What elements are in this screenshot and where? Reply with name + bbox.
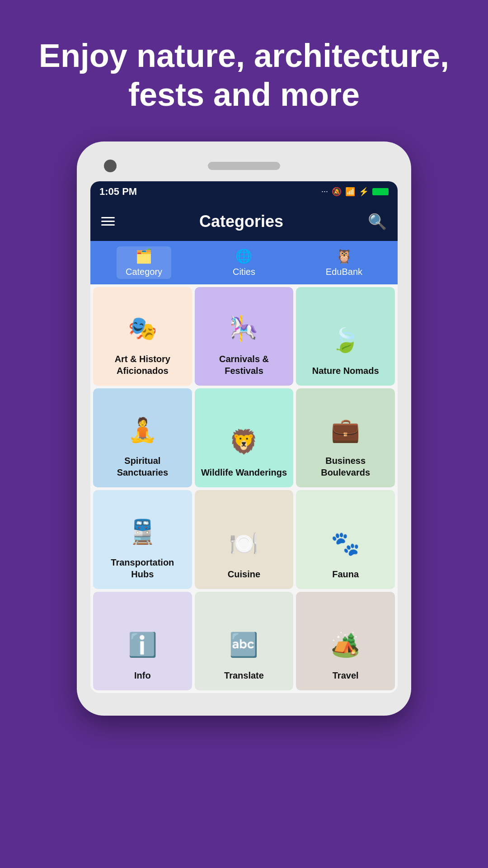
- edubank-tab-icon: 🦉: [336, 248, 352, 264]
- category-grid: 🎭 Art & History Aficionados 🎠 Carnivals …: [90, 284, 398, 693]
- info-icon: ℹ️: [128, 631, 157, 659]
- spiritual-label: Spiritual Sanctuaries: [99, 455, 187, 478]
- cuisine-icon: 🍽️: [229, 530, 258, 557]
- category-tab-label: Category: [126, 267, 162, 277]
- card-art-history[interactable]: 🎭 Art & History Aficionados: [93, 287, 192, 386]
- promo-headline: Enjoy nature, architecture, fests and mo…: [0, 0, 488, 142]
- cuisine-label: Cuisine: [228, 568, 260, 580]
- charge-icon: ⚡: [359, 187, 369, 197]
- camera-dot: [104, 160, 117, 172]
- edubank-tab-label: EduBank: [326, 267, 362, 277]
- fauna-label: Fauna: [332, 568, 359, 580]
- tab-edubank[interactable]: 🦉 EduBank: [317, 246, 371, 279]
- search-button[interactable]: 🔍: [368, 212, 387, 231]
- card-cuisine[interactable]: 🍽️ Cuisine: [195, 490, 294, 589]
- wildlife-label: Wildlife Wanderings: [201, 467, 287, 478]
- art-history-label: Art & History Aficionados: [99, 353, 187, 377]
- travel-label: Travel: [333, 670, 359, 681]
- wifi-icon: 📶: [345, 187, 355, 197]
- card-transport[interactable]: 🚆 Transportation Hubs: [93, 490, 192, 589]
- tab-category[interactable]: 🗂️ Category: [117, 246, 171, 279]
- cities-tab-label: Cities: [233, 267, 255, 277]
- promo-section: Enjoy nature, architecture, fests and mo…: [0, 0, 488, 142]
- tab-bar: 🗂️ Category 🌐 Cities 🦉 EduBank: [90, 241, 398, 284]
- card-carnivals[interactable]: 🎠 Carnivals & Festivals: [195, 287, 294, 386]
- info-label: Info: [134, 670, 151, 681]
- menu-button[interactable]: [101, 217, 115, 226]
- phone-top-decorations: [90, 155, 398, 181]
- status-time: 1:05 PM: [99, 186, 137, 198]
- business-icon: 💼: [331, 416, 360, 444]
- wildlife-icon: 🦁: [229, 428, 258, 456]
- dots-icon: ···: [321, 187, 328, 196]
- travel-icon: 🏕️: [331, 631, 360, 659]
- nature-label: Nature Nomads: [312, 365, 379, 377]
- speaker-bar: [208, 162, 280, 170]
- transport-icon: 🚆: [128, 518, 157, 546]
- business-label: Business Boulevards: [301, 455, 389, 478]
- card-business[interactable]: 💼 Business Boulevards: [296, 388, 395, 487]
- tab-cities[interactable]: 🌐 Cities: [224, 246, 264, 279]
- status-bar: 1:05 PM ··· 🔕 📶 ⚡: [90, 181, 398, 202]
- phone-screen: 1:05 PM ··· 🔕 📶 ⚡ Categories 🔍 🗂️ Catego…: [90, 181, 398, 693]
- translate-label: Translate: [224, 670, 264, 681]
- category-tab-icon: 🗂️: [136, 248, 152, 264]
- cities-tab-icon: 🌐: [235, 248, 252, 264]
- card-spiritual[interactable]: 🧘 Spiritual Sanctuaries: [93, 388, 192, 487]
- fauna-icon: 🐾: [331, 530, 360, 557]
- spiritual-icon: 🧘: [128, 416, 157, 444]
- carnivals-icon: 🎠: [229, 315, 258, 342]
- nature-icon: 🍃: [331, 326, 360, 354]
- transport-label: Transportation Hubs: [99, 557, 187, 580]
- battery-icon: [372, 188, 389, 195]
- app-bar-title: Categories: [124, 212, 359, 231]
- art-history-icon: 🎭: [128, 315, 157, 342]
- mute-icon: 🔕: [332, 187, 342, 197]
- status-icons: ··· 🔕 📶 ⚡: [321, 187, 389, 197]
- card-wildlife[interactable]: 🦁 Wildlife Wanderings: [195, 388, 294, 487]
- translate-icon: 🔤: [229, 631, 258, 659]
- card-travel[interactable]: 🏕️ Travel: [296, 592, 395, 691]
- card-info[interactable]: ℹ️ Info: [93, 592, 192, 691]
- card-fauna[interactable]: 🐾 Fauna: [296, 490, 395, 589]
- carnivals-label: Carnivals & Festivals: [200, 353, 288, 377]
- card-nature[interactable]: 🍃 Nature Nomads: [296, 287, 395, 386]
- card-translate[interactable]: 🔤 Translate: [195, 592, 294, 691]
- phone-frame: 1:05 PM ··· 🔕 📶 ⚡ Categories 🔍 🗂️ Catego…: [77, 142, 411, 716]
- app-bar: Categories 🔍: [90, 202, 398, 241]
